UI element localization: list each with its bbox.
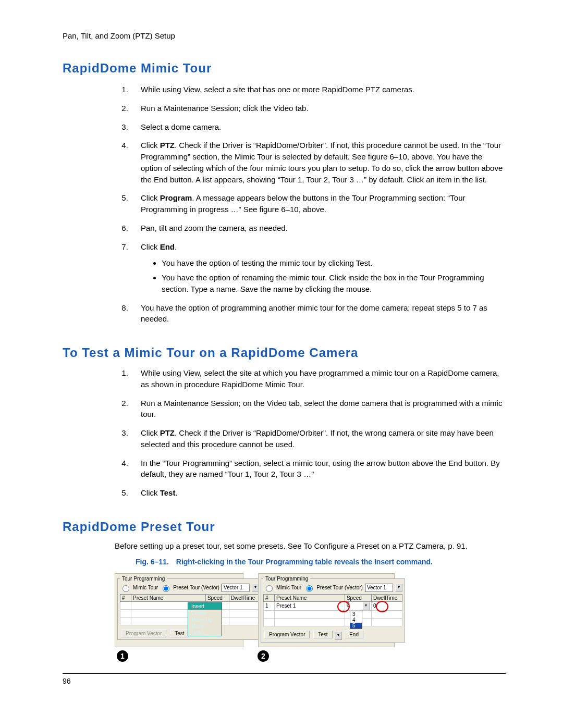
speed-opt-4[interactable]: 4 bbox=[350, 617, 362, 623]
tstep-5-keyword: Test bbox=[160, 488, 176, 497]
tstep-5-post: . bbox=[175, 488, 177, 497]
step-4: Click PTZ. Check if the Driver is “Rapid… bbox=[130, 140, 506, 185]
program-vector-button: Program Vector bbox=[121, 630, 166, 637]
mimic-label-2: Mimic Tour bbox=[276, 585, 301, 590]
step-7-bullet-1: You have the option of testing the mimic… bbox=[162, 257, 506, 269]
speed-opt-3[interactable]: 3 bbox=[350, 611, 362, 617]
highlight-circle-dwell bbox=[376, 601, 388, 612]
context-menu: Insert Delete Move Up Move Down bbox=[188, 602, 222, 636]
program-vector-button-2[interactable]: Program Vector bbox=[264, 631, 310, 638]
figure-caption: Fig. 6–11. Right-clicking in the Tour Pr… bbox=[63, 558, 506, 566]
tstep-3: Click PTZ. Check if the Driver is “Rapid… bbox=[130, 427, 506, 450]
speed-opt-5[interactable]: 5 bbox=[350, 623, 362, 628]
col-num: # bbox=[120, 594, 131, 601]
test-button-2[interactable]: Test bbox=[313, 631, 332, 638]
test-tour-steps: While using View, select the site at whi… bbox=[130, 367, 506, 499]
tour-panel-2: Tour Programming Mimic Tour Preset Tour … bbox=[258, 573, 395, 647]
col-preset-name-2: Preset Name bbox=[275, 594, 345, 601]
heading-test-mimic: To Test a Mimic Tour on a RapidDome Came… bbox=[63, 346, 506, 360]
tstep-1: While using View, select the site at whi… bbox=[130, 367, 506, 390]
preset-label-2: Preset Tour (Vector) bbox=[316, 585, 363, 590]
ctx-insert[interactable]: Insert bbox=[188, 603, 222, 610]
tstep-3-pre: Click bbox=[141, 428, 160, 437]
ctx-moveup: Move Up bbox=[188, 616, 222, 623]
step-7-keyword: End bbox=[160, 242, 175, 251]
ctx-delete: Delete bbox=[188, 610, 222, 616]
marker-2: 2 bbox=[258, 650, 269, 662]
col-speed-2: Speed bbox=[345, 594, 371, 601]
col-dwell: DwellTime bbox=[229, 594, 259, 601]
col-preset-name: Preset Name bbox=[131, 594, 206, 601]
test-button[interactable]: Test bbox=[170, 630, 189, 637]
speed-options: 3 4 5 bbox=[350, 611, 362, 629]
preset-label: Preset Tour (Vector) bbox=[173, 585, 219, 590]
breadcrumb: Pan, Tilt, and Zoom (PTZ) Setup bbox=[63, 31, 506, 40]
tour-panel-1: Tour Programming Mimic Tour Preset Tour … bbox=[115, 573, 243, 647]
preset-radio[interactable] bbox=[163, 585, 169, 592]
panel-legend: Tour Programming bbox=[120, 576, 167, 582]
step-7: Click End. You have the option of testin… bbox=[130, 241, 506, 295]
step-5-pre: Click bbox=[141, 193, 160, 202]
mimic-tour-steps: While using View, select a site that has… bbox=[130, 84, 506, 325]
panel-legend-2: Tour Programming bbox=[263, 576, 310, 582]
step-7-post: . bbox=[175, 242, 177, 251]
col-dwell-2: DwellTime bbox=[371, 594, 402, 601]
step-5-keyword: Program bbox=[160, 193, 192, 202]
vector-dropdown-icon-2[interactable]: ▾ bbox=[395, 584, 402, 592]
row1-num: 1 bbox=[264, 601, 275, 610]
col-num-2: # bbox=[264, 594, 275, 601]
step-5: Click Program. A message appears below t… bbox=[130, 192, 506, 215]
end-button[interactable]: End bbox=[345, 631, 363, 638]
step-1: While using View, select a site that has… bbox=[130, 84, 506, 95]
figure-row: Tour Programming Mimic Tour Preset Tour … bbox=[115, 573, 506, 647]
step-4-pre: Click bbox=[141, 141, 160, 150]
tstep-3-post: . Check if the Driver is “RapidDome/Orbi… bbox=[141, 428, 494, 449]
tstep-2: Run a Maintenance Session; on the Video … bbox=[130, 398, 506, 421]
highlight-circle-speed bbox=[337, 601, 350, 612]
heading-mimic-tour: RapidDome Mimic Tour bbox=[63, 61, 506, 76]
step-3: Select a dome camera. bbox=[130, 121, 506, 133]
vector-field-2[interactable]: Vector 1 bbox=[365, 584, 393, 592]
step-6: Pan, tilt and zoom the camera, as needed… bbox=[130, 223, 506, 234]
mimic-label: Mimic Tour bbox=[133, 585, 158, 590]
step-4-keyword: PTZ bbox=[160, 141, 175, 150]
mimic-radio[interactable] bbox=[123, 585, 129, 592]
marker-1: 1 bbox=[117, 650, 128, 662]
step-4-post: . Check if the Driver is “RapidDome/Orbi… bbox=[141, 141, 503, 183]
figure-markers: 1 2 bbox=[117, 650, 506, 662]
step-7-bullet-2: You have the option of renaming the mimi… bbox=[162, 272, 506, 295]
tstep-5-pre: Click bbox=[141, 488, 160, 497]
tstep-5: Click Test. bbox=[130, 487, 506, 499]
col-speed: Speed bbox=[205, 594, 229, 601]
heading-preset-tour: RapidDome Preset Tour bbox=[63, 520, 506, 534]
step-2: Run a Maintenance Session; click the Vid… bbox=[130, 103, 506, 114]
extra-dropdown-icon[interactable]: ▾ bbox=[335, 632, 342, 640]
tstep-3-keyword: PTZ bbox=[160, 428, 175, 437]
footer-rule bbox=[63, 673, 506, 674]
speed-dropdown-icon[interactable]: ▾ bbox=[362, 602, 370, 610]
step-7-pre: Click bbox=[141, 242, 160, 251]
preset-radio-2[interactable] bbox=[306, 585, 313, 592]
step-8: You have the option of programming anoth… bbox=[130, 302, 506, 325]
mimic-radio-2[interactable] bbox=[266, 585, 273, 592]
vector-field[interactable]: Vector 1 bbox=[222, 584, 250, 592]
preset-intro: Before setting up a preset tour, set som… bbox=[115, 541, 506, 550]
row1-preset: Preset 1 bbox=[275, 601, 345, 610]
page-number: 96 bbox=[63, 677, 506, 685]
tstep-4: In the “Tour Programming” section, selec… bbox=[130, 458, 506, 480]
ctx-movedown: Move Down bbox=[188, 623, 222, 636]
